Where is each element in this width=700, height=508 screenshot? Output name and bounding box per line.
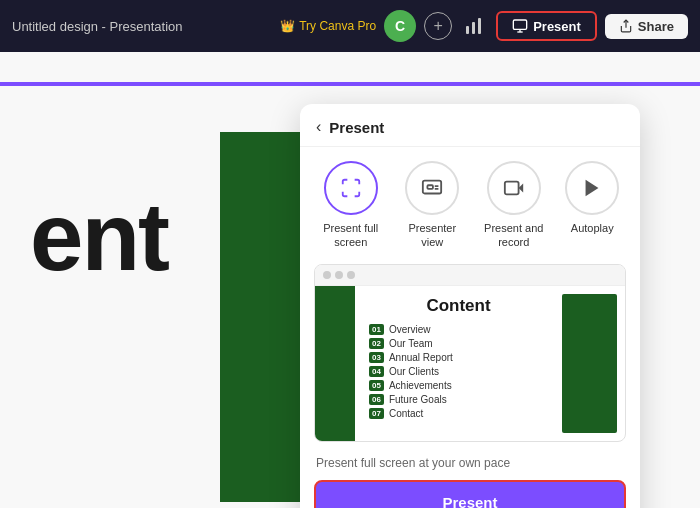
add-button[interactable]: + <box>424 12 452 40</box>
list-num: 07 <box>369 408 384 419</box>
chart-button[interactable] <box>460 12 488 40</box>
preview-dots <box>315 265 625 286</box>
monitor-icon <box>512 18 528 34</box>
list-item: 04Our Clients <box>369 366 548 377</box>
list-num: 01 <box>369 324 384 335</box>
dot-3 <box>347 271 355 279</box>
svg-rect-0 <box>466 26 469 34</box>
svg-rect-3 <box>513 20 526 29</box>
present-dropdown: ‹ Present Present full screen <box>300 104 640 508</box>
preview-list: 01Overview 02Our Team 03Annual Report 04… <box>369 324 548 419</box>
option-full-screen[interactable]: Present full screen <box>321 161 381 250</box>
list-num: 05 <box>369 380 384 391</box>
list-item: 03Annual Report <box>369 352 548 363</box>
crown-icon: 👑 <box>280 19 295 33</box>
full-screen-icon-wrap <box>324 161 378 215</box>
option-full-screen-label: Present full screen <box>321 221 381 250</box>
dot-2 <box>335 271 343 279</box>
share-button[interactable]: Share <box>605 14 688 39</box>
list-num: 06 <box>369 394 384 405</box>
avatar-initial: C <box>395 18 405 34</box>
fullscreen-icon <box>340 177 362 199</box>
option-autoplay[interactable]: Autoplay <box>565 161 619 250</box>
preview-slide-content: Content 01Overview 02Our Team 03Annual R… <box>315 286 625 441</box>
svg-rect-8 <box>428 185 434 189</box>
svg-rect-11 <box>505 182 519 195</box>
present-options: Present full screen Presenter view <box>300 147 640 260</box>
svg-rect-1 <box>472 22 475 34</box>
present-button[interactable]: Present <box>496 11 597 41</box>
preview-right-bar <box>562 294 617 433</box>
present-label: Present <box>533 19 581 34</box>
present-record-icon-wrap <box>487 161 541 215</box>
canva-pro-button[interactable]: 👑 Try Canva Pro <box>280 19 376 33</box>
list-item: 01Overview <box>369 324 548 335</box>
autoplay-icon-wrap <box>565 161 619 215</box>
slide-text: ent <box>30 182 168 292</box>
dropdown-header: ‹ Present <box>300 104 640 147</box>
presenter-view-icon-wrap <box>405 161 459 215</box>
present-description: Present full screen at your own pace <box>300 452 640 480</box>
autoplay-icon <box>581 177 603 199</box>
chart-icon <box>464 16 484 36</box>
plus-icon: + <box>433 17 442 35</box>
svg-rect-2 <box>478 18 481 34</box>
dot-1 <box>323 271 331 279</box>
preview-left-bar <box>315 286 355 441</box>
list-num: 02 <box>369 338 384 349</box>
list-num: 04 <box>369 366 384 377</box>
back-button[interactable]: ‹ <box>316 118 321 136</box>
preview-slide-title: Content <box>369 296 548 316</box>
topbar: Untitled design - Presentation 👑 Try Can… <box>0 0 700 52</box>
option-present-record[interactable]: Present and record <box>484 161 544 250</box>
option-presenter-view[interactable]: Presenter view <box>402 161 462 250</box>
pro-label: Try Canva Pro <box>299 19 376 33</box>
slide-accent-bar <box>0 82 700 86</box>
canvas-area: ent ‹ Present Present full screen <box>0 52 700 508</box>
share-icon <box>619 19 633 33</box>
dropdown-title: Present <box>329 119 384 136</box>
list-item: 06Future Goals <box>369 394 548 405</box>
option-presenter-view-label: Presenter view <box>402 221 462 250</box>
presenter-icon <box>421 177 443 199</box>
option-autoplay-label: Autoplay <box>571 221 614 235</box>
list-item: 05Achievements <box>369 380 548 391</box>
slide-preview-card: Content 01Overview 02Our Team 03Annual R… <box>314 264 626 442</box>
document-title: Untitled design - Presentation <box>12 19 272 34</box>
present-action-button[interactable]: Present <box>314 480 626 508</box>
preview-main-content: Content 01Overview 02Our Team 03Annual R… <box>355 286 562 441</box>
list-num: 03 <box>369 352 384 363</box>
avatar-button[interactable]: C <box>384 10 416 42</box>
list-item: 07Contact <box>369 408 548 419</box>
list-item: 02Our Team <box>369 338 548 349</box>
option-present-record-label: Present and record <box>484 221 544 250</box>
share-label: Share <box>638 19 674 34</box>
svg-marker-13 <box>586 180 599 197</box>
record-icon <box>503 177 525 199</box>
